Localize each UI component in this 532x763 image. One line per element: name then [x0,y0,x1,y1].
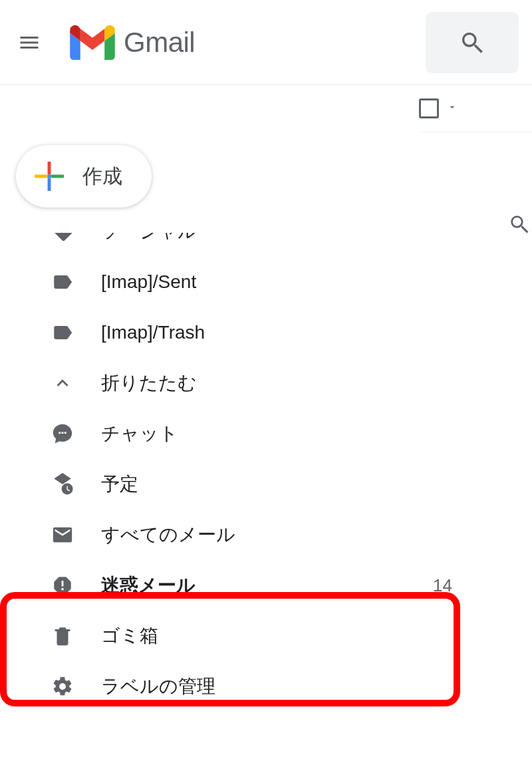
sidebar-nav: ソーシャル [Imap]/Sent[Imap]/Trash折りたたむチャット予定… [0,233,505,712]
trash-icon [48,625,77,647]
dropdown-icon [447,102,458,112]
svg-rect-1 [48,178,51,191]
svg-rect-0 [48,162,51,175]
search-button[interactable] [426,12,519,73]
svg-rect-3 [51,175,64,178]
sidebar-item-label: ソーシャル [101,233,505,244]
gear-icon [48,675,77,698]
sidebar-item-collapse[interactable]: 折りたたむ [0,358,505,408]
chat-icon [48,422,77,445]
sidebar-item-label: [Imap]/Sent [101,271,505,293]
select-all-checkbox[interactable] [419,98,439,118]
search-in-mail-button[interactable] [508,213,531,238]
label-icon [48,321,77,344]
chevron-up-icon [48,372,77,394]
sidebar-item-social[interactable]: ソーシャル [0,233,505,257]
svg-rect-4 [48,175,51,178]
sidebar-item-label: 予定 [101,472,505,497]
mail-icon [48,524,77,546]
sidebar-item-schedule[interactable]: 予定 [0,459,505,510]
sidebar-item-label: 迷惑メール [101,573,433,598]
sidebar-item-label: ゴミ箱 [101,623,505,649]
tag-icon [48,233,77,243]
compose-label: 作成 [82,163,122,190]
hamburger-icon [17,31,41,55]
schedule-icon [48,473,77,496]
sidebar-item-label: チャット [101,421,505,446]
sidebar-item-trash[interactable]: ゴミ箱 [0,611,505,661]
select-dropdown[interactable] [447,102,458,116]
sidebar-item-label[interactable]: [Imap]/Sent [0,257,505,307]
compose-button[interactable]: 作成 [16,145,152,208]
compose-plus-icon [35,162,64,191]
sidebar-item-count: 14 [433,575,452,596]
gmail-wordmark: Gmail [124,27,195,59]
sidebar-item-label[interactable]: [Imap]/Trash [0,307,505,358]
svg-rect-2 [35,175,48,178]
spam-icon [48,574,77,597]
sidebar-item-chat[interactable]: チャット [0,408,505,459]
main-menu-button[interactable] [13,27,45,59]
sidebar-item-label: [Imap]/Trash [101,322,505,343]
label-icon [48,271,77,293]
sidebar-item-settings[interactable]: ラベルの管理 [0,661,505,712]
sidebar-item-label: ラベルの管理 [101,674,505,699]
sidebar-item-mail[interactable]: すべてのメール [0,510,505,560]
sidebar-item-label: すべてのメール [101,522,505,547]
gmail-logo[interactable]: Gmail [69,25,195,60]
search-icon [508,213,531,235]
search-icon [459,29,485,56]
gmail-m-icon [69,25,116,60]
app-header: Gmail [0,0,532,85]
sidebar-item-label: 折りたたむ [101,371,505,396]
mail-list-toolbar [419,85,532,132]
sidebar-item-spam[interactable]: 迷惑メール14 [0,560,505,611]
